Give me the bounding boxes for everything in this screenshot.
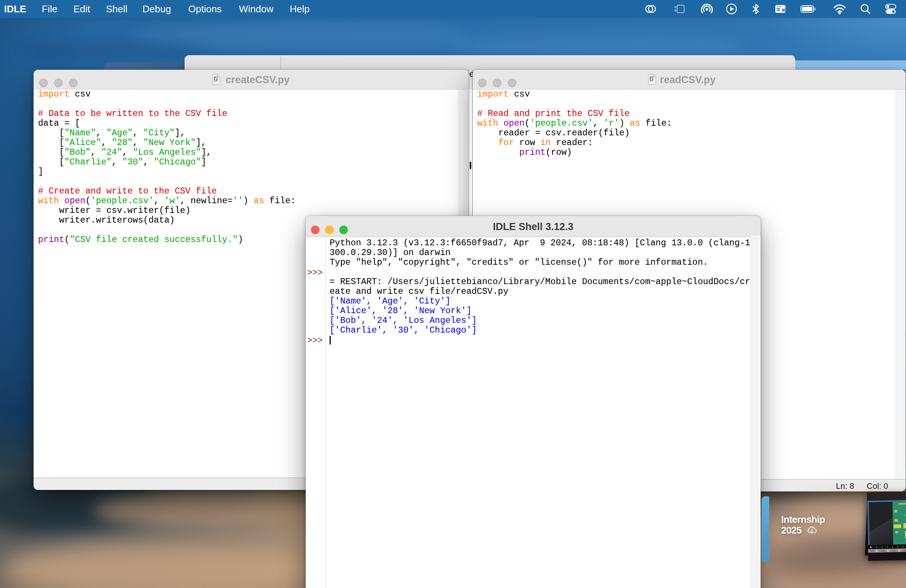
svg-text:⌘: ⌘ <box>782 8 786 12</box>
